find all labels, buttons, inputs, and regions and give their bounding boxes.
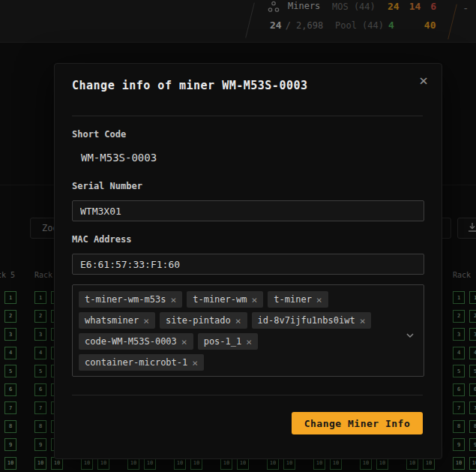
tag-chip[interactable]: id-8v7ijfu1nbs0iwt× [252, 312, 372, 329]
tag-chip[interactable]: t-miner-wm-m53s× [79, 291, 182, 308]
tag-remove-icon[interactable]: × [251, 294, 257, 305]
change-miner-info-button[interactable]: Change Miner Info [292, 412, 423, 434]
tag-remove-icon[interactable]: × [235, 315, 241, 326]
tag-remove-icon[interactable]: × [192, 357, 198, 368]
tag-chip[interactable]: container-microbt-1× [79, 354, 204, 371]
tag-label: whatsminer [85, 315, 139, 326]
tag-label: site-pintado [166, 315, 231, 326]
tag-chip[interactable]: t-miner× [268, 291, 328, 308]
tag-label: t-miner [274, 294, 312, 305]
tag-label: container-microbt-1 [85, 357, 187, 368]
modal-divider-bottom [72, 395, 423, 395]
mac-address-label: MAC Address [72, 234, 131, 245]
change-miner-info-modal: Change info of miner WM-M53S-0003 × Shor… [54, 63, 442, 459]
tag-label: t-miner-wm [193, 294, 247, 305]
short-code-value: WM-M53S-0003 [81, 152, 157, 164]
serial-number-label: Serial Number [72, 181, 142, 191]
close-icon[interactable]: × [419, 73, 428, 88]
tag-chip[interactable]: code-WM-M53S-0003× [79, 333, 193, 350]
tag-label: t-miner-wm-m53s [85, 294, 166, 305]
chevron-down-icon[interactable] [406, 327, 415, 341]
modal-title: Change info of miner WM-M53S-0003 [72, 79, 308, 92]
tag-chip[interactable]: site-pintado× [160, 312, 247, 329]
tag-remove-icon[interactable]: × [316, 294, 322, 305]
tag-chip[interactable]: pos-1_1× [198, 333, 258, 350]
tags-select[interactable]: t-miner-wm-m53s×t-miner-wm×t-miner×whats… [72, 284, 424, 377]
tag-chip[interactable]: whatsminer× [79, 312, 155, 329]
tag-remove-icon[interactable]: × [181, 336, 187, 347]
mac-address-input[interactable] [72, 254, 424, 275]
modal-divider-top [72, 116, 423, 116]
tag-remove-icon[interactable]: × [143, 315, 149, 326]
tag-remove-icon[interactable]: × [170, 294, 176, 305]
tag-label: id-8v7ijfu1nbs0iwt [258, 315, 355, 326]
tag-remove-icon[interactable]: × [246, 336, 252, 347]
tag-chip[interactable]: t-miner-wm× [187, 291, 263, 308]
tag-label: pos-1_1 [204, 336, 242, 347]
tag-label: code-WM-M53S-0003 [85, 336, 177, 347]
tags-list: t-miner-wm-m53s×t-miner-wm×t-miner×whats… [73, 285, 424, 377]
serial-number-input[interactable] [72, 200, 424, 221]
tag-remove-icon[interactable]: × [360, 315, 366, 326]
short-code-label: Short Code [72, 129, 126, 140]
